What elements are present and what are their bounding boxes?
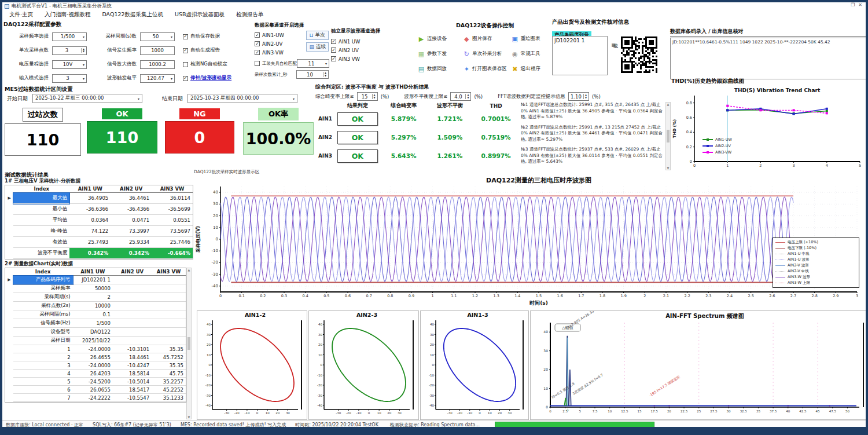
table-cell[interactable]: -24.0000 <box>73 345 113 353</box>
table-cell[interactable]: 产品条码序列号 <box>13 276 73 284</box>
checkbox[interactable]: ✓停针/波形滚动显示 <box>183 75 231 82</box>
table-cell[interactable]: 峰-峰值 <box>13 226 69 237</box>
table-cell[interactable]: 35.2257 <box>152 378 186 386</box>
checkbox[interactable]: ✓AIN3 VW <box>331 56 360 62</box>
table-row[interactable]: 5-24.5200-10.501435.2257 <box>5 378 186 386</box>
table-cell[interactable]: JD102201 1 <box>73 276 113 284</box>
scroll-thumb[interactable] <box>187 337 190 350</box>
table2-scrollbar[interactable]: ▲▼ <box>186 268 192 419</box>
column-header[interactable]: AIN3 VW <box>152 185 193 193</box>
table-row[interactable]: 426.420318.581445.75 <box>5 370 186 378</box>
table-cell[interactable]: 信号频率(Hz) <box>13 319 73 328</box>
acq-continuous-button[interactable]: ▤连续 <box>306 42 329 52</box>
menu-item-1[interactable]: 入门指南-视频教程 <box>39 11 96 19</box>
table-cell[interactable]: 73.5697 <box>152 226 193 237</box>
table-row[interactable]: 有效值25.749325.933425.7446 <box>5 237 193 248</box>
spinner-arrows[interactable]: ▲▼ <box>583 94 587 99</box>
table-cell[interactable]: 0.342% <box>111 248 152 259</box>
scroll-up-icon[interactable]: ▲ <box>188 268 190 272</box>
spinner-arrows[interactable]: ▲▼ <box>372 94 376 99</box>
table-row[interactable]: ▶产品条码序列号JD102201 1 <box>5 276 186 284</box>
table-cell[interactable]: 50000 <box>73 284 113 293</box>
table-cell[interactable]: 73.3997 <box>111 226 152 237</box>
table-cell[interactable]: 最小值 <box>13 204 69 215</box>
table-cell[interactable]: 36.4905 <box>69 193 111 204</box>
table-cell[interactable]: 0.342% <box>69 248 111 259</box>
table-row[interactable]: 峰-峰值74.12273.399773.5697 <box>5 226 193 237</box>
fixture-select[interactable]: 11▾ <box>297 59 329 68</box>
table-row[interactable]: 设备型号DAQ122 <box>5 328 186 337</box>
table-row[interactable]: 最小值-36.6366-36.4366-36.5699 <box>5 204 193 215</box>
table-row[interactable]: 采样间隔(ms)0.1 <box>5 310 186 319</box>
barcode-input[interactable]: JD102201 1 <box>552 36 608 75</box>
table-cell[interactable] <box>113 319 152 328</box>
column-header[interactable]: AIN2 UV <box>113 268 152 276</box>
menu-item-3[interactable]: USB虚拟示波器面板 <box>169 11 230 19</box>
table-cell[interactable]: -10.3101 <box>113 345 152 353</box>
table-cell[interactable]: 2 <box>73 293 113 302</box>
table-row[interactable]: 626.065518.541745.2252 <box>5 386 186 394</box>
table-cell[interactable] <box>113 337 152 345</box>
table-cell[interactable]: 45.2252 <box>152 386 186 394</box>
scroll-down-icon[interactable]: ▼ <box>188 415 190 419</box>
spinner-arrows[interactable]: ▲▼ <box>81 48 84 53</box>
table-cell[interactable]: 10000 <box>73 302 113 310</box>
checkbox-icon[interactable] <box>255 61 260 66</box>
acq-field-control[interactable]: 120.47▾ <box>140 74 175 83</box>
table-cell[interactable] <box>113 302 152 310</box>
table-cell[interactable]: 采样点数(2s) <box>13 302 73 310</box>
acq-single-button[interactable]: ⊔单次 <box>306 31 329 40</box>
table-cell[interactable]: 5 <box>13 378 73 386</box>
table-cell[interactable]: -10.4247 <box>113 361 152 370</box>
table-cell[interactable]: 采样日期 <box>13 337 73 345</box>
checkbox[interactable]: ✓AIN2-UV <box>255 41 282 47</box>
table-cell[interactable]: 1/500 <box>73 319 113 328</box>
ops-button[interactable]: ◉常规工具 <box>510 48 553 60</box>
table-cell[interactable] <box>152 276 186 284</box>
table-cell[interactable]: -10.5547 <box>113 394 152 402</box>
checkbox[interactable]: ✓AIN1 UW <box>331 39 360 45</box>
table-cell[interactable]: 4 <box>13 370 73 378</box>
table-row[interactable]: 1-24.0000-10.310135.35 <box>5 345 186 353</box>
column-header[interactable]: AIN3 VW <box>152 268 186 276</box>
checkbox[interactable]: ✓AIN3-VW <box>255 50 284 56</box>
acq-field-control[interactable]: 3▾ <box>52 74 87 83</box>
db-info-content[interactable]: JD:102201**10.6461-0.5%111 1049 1022 202… <box>670 38 867 79</box>
count-spinner[interactable]: 10▲▼ <box>296 70 329 79</box>
table-cell[interactable]: 0.0551 <box>152 215 193 226</box>
table-cell[interactable]: 35.1233 <box>152 394 186 402</box>
table-cell[interactable]: -36.6366 <box>69 204 111 215</box>
acq-field-control[interactable]: 50▾ <box>140 32 175 41</box>
column-header[interactable]: AIN2 UV <box>111 185 152 193</box>
ops-button[interactable]: ▦参数下发 <box>417 48 459 60</box>
table-cell[interactable] <box>113 276 152 284</box>
table-cell[interactable] <box>152 284 186 293</box>
column-header[interactable]: AIN1 UW <box>73 268 113 276</box>
judge-control-spinner[interactable]: 1.10▲▼ <box>568 92 589 101</box>
table-cell[interactable]: DAQ122 <box>73 328 113 337</box>
window-control-0[interactable]: ❐ <box>851 2 855 8</box>
menu-item-2[interactable]: DAQ122数据采集上位机 <box>96 11 169 19</box>
window-control-1[interactable]: ✕ <box>858 2 862 8</box>
table-row[interactable]: 3-24.0000-10.424735.35 <box>5 361 186 370</box>
table-cell[interactable]: -36.5699 <box>152 204 193 215</box>
table-cell[interactable]: 有效值 <box>13 237 69 248</box>
table-cell[interactable]: 0.0364 <box>69 215 111 226</box>
grid-icon[interactable]: ▦ <box>610 43 617 48</box>
column-header[interactable]: Index <box>13 185 69 193</box>
judge-control-spinner[interactable]: 4.0▲▼ <box>450 92 471 101</box>
table-cell[interactable]: 0.1 <box>73 310 113 319</box>
spin-down-icon[interactable]: ▼ <box>585 97 587 99</box>
spin-down-icon[interactable]: ▼ <box>374 97 376 99</box>
table-cell[interactable]: 18.5814 <box>113 370 152 378</box>
menu-item-4[interactable]: 检测报告单 <box>230 11 270 19</box>
table-cell[interactable] <box>113 310 152 319</box>
table-cell[interactable] <box>113 293 152 302</box>
table-cell[interactable]: -24.5200 <box>73 378 113 386</box>
table-cell[interactable]: 1 <box>13 345 73 353</box>
judge-control-spinner[interactable]: 15▲▼ <box>357 92 378 101</box>
acq-field-control[interactable]: 3▲▼ <box>52 46 87 55</box>
acq-field-control[interactable]: 1000 <box>140 46 175 55</box>
table-row[interactable]: 平均值0.03640.04710.0551 <box>5 215 193 226</box>
table-cell[interactable]: 6 <box>13 386 73 394</box>
